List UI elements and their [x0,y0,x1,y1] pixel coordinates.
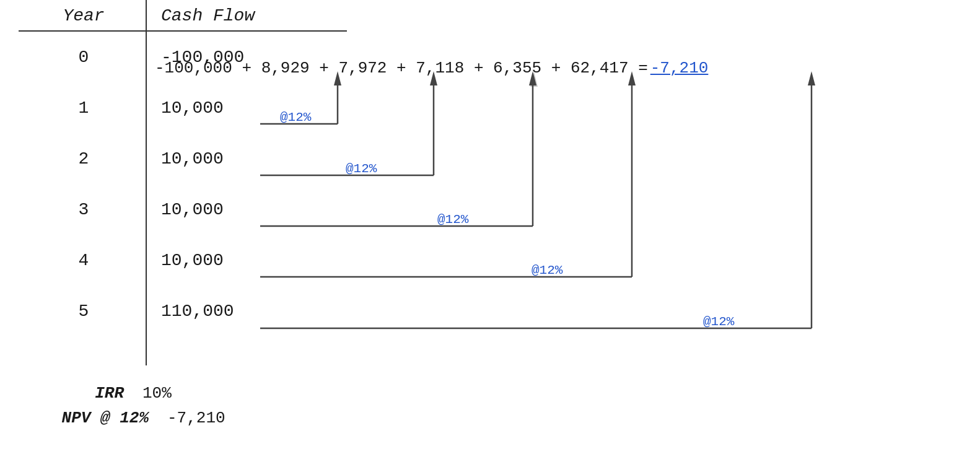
year-header: Year [19,6,149,25]
svg-text:@12%: @12% [532,263,563,277]
bottom-section: IRR 10% NPV @ 12% -7,210 [19,384,225,434]
year-5: 5 [19,302,149,321]
npv-label: NPV @ 12% [19,409,167,427]
cf-1: 10,000 [149,98,347,118]
page: Year Cash Flow 0 -100,000 1 10,000 2 10,… [0,0,980,467]
cf-5: 110,000 [149,302,347,321]
year-2: 2 [19,149,149,168]
cf-4: 10,000 [149,251,347,270]
irr-label: IRR [19,384,142,403]
year-4: 4 [19,251,149,270]
npv-equation: -100,000 + 8,929 + 7,972 + 7,118 + 6,355… [155,59,708,77]
npv-value: -7,210 [167,409,225,427]
npv-equation-result: -7,210 [650,59,709,77]
year-0: 0 [19,48,149,67]
table-row: 1 10,000 [19,82,347,133]
table-row: 3 10,000 [19,184,347,235]
vertical-divider [146,0,147,365]
year-1: 1 [19,98,149,118]
cf-2: 10,000 [149,149,347,168]
svg-text:@12%: @12% [437,212,469,227]
npv-row: NPV @ 12% -7,210 [19,409,225,427]
cf-3: 10,000 [149,200,347,219]
cashflow-header: Cash Flow [149,6,347,25]
table-row: 5 110,000 [19,286,347,336]
svg-marker-18 [808,71,815,85]
year-3: 3 [19,200,149,219]
svg-text:@12%: @12% [346,162,377,176]
svg-text:@12%: @12% [703,315,735,329]
table-header: Year Cash Flow [19,6,347,32]
npv-equation-prefix: -100,000 + 8,929 + 7,972 + 7,118 + 6,355… [155,59,648,77]
table-container: Year Cash Flow 0 -100,000 1 10,000 2 10,… [19,6,347,336]
irr-row: IRR 10% [19,384,225,403]
irr-value: 10% [142,384,172,403]
table-row: 2 10,000 [19,133,347,184]
table-row: 4 10,000 [19,235,347,286]
